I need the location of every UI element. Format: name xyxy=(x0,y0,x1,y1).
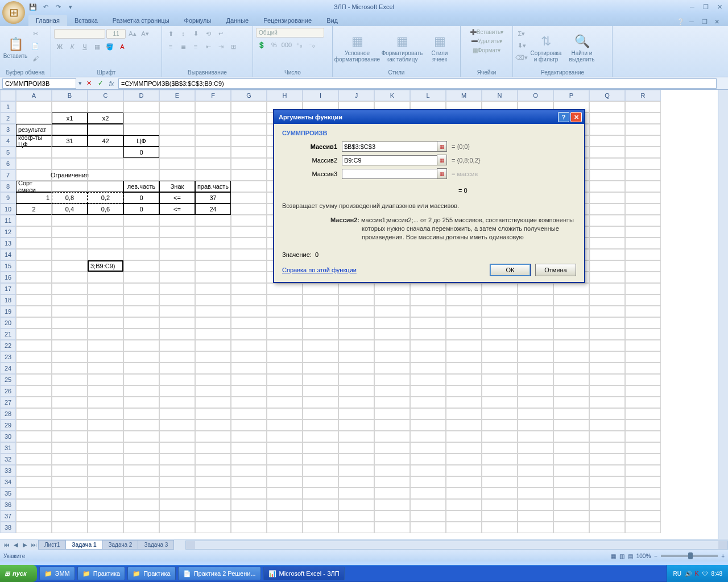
cell-K26[interactable] xyxy=(374,385,410,397)
cell-O26[interactable] xyxy=(518,385,553,397)
cell-C3[interactable] xyxy=(88,124,123,135)
cell-P22[interactable] xyxy=(553,340,589,351)
cell-A3[interactable]: результат xyxy=(16,124,52,135)
cell-L35[interactable] xyxy=(410,488,446,499)
cell-G7[interactable] xyxy=(231,169,267,181)
cell-F38[interactable] xyxy=(195,522,231,533)
cell-R14[interactable] xyxy=(625,249,661,260)
indent-dec-icon[interactable]: ⇤ xyxy=(202,41,214,52)
tab-insert[interactable]: Вставка xyxy=(67,15,105,26)
cell-D14[interactable] xyxy=(123,249,159,260)
arg2-input[interactable] xyxy=(342,155,437,165)
cell-H20[interactable] xyxy=(267,317,303,329)
cell-D29[interactable] xyxy=(123,419,159,431)
cell-P24[interactable] xyxy=(553,363,589,374)
copy-icon[interactable]: 📄 xyxy=(30,40,41,52)
sheet-nav-first-icon[interactable]: ⏮ xyxy=(2,541,11,550)
cell-Q17[interactable] xyxy=(589,283,625,294)
cell-Q10[interactable] xyxy=(589,203,625,215)
cell-R18[interactable] xyxy=(625,294,661,306)
cell-I29[interactable] xyxy=(303,419,338,431)
cell-K36[interactable] xyxy=(374,499,410,510)
cell-L33[interactable] xyxy=(410,465,446,476)
align-top-icon[interactable]: ⬆ xyxy=(165,28,176,39)
cell-B31[interactable] xyxy=(52,442,88,454)
cell-N18[interactable] xyxy=(482,294,518,306)
cell-D8[interactable]: лев.часть xyxy=(123,181,159,192)
column-header[interactable]: F xyxy=(195,90,231,101)
row-header[interactable]: 14 xyxy=(0,249,16,260)
cell-B30[interactable] xyxy=(52,431,88,442)
cell-M38[interactable] xyxy=(446,522,482,533)
align-left-icon[interactable]: ≡ xyxy=(165,41,176,52)
cell-C17[interactable] xyxy=(88,283,123,294)
row-header[interactable]: 3 xyxy=(0,124,16,135)
cell-G16[interactable] xyxy=(231,272,267,283)
cell-I25[interactable] xyxy=(303,374,338,385)
cell-Q22[interactable] xyxy=(589,340,625,351)
ribbon-minimize-icon[interactable]: ─ xyxy=(689,18,697,26)
zoom-slider[interactable] xyxy=(661,555,718,557)
row-header[interactable]: 22 xyxy=(0,340,16,351)
sheet-tab[interactable]: Задача 2 xyxy=(102,540,139,550)
cell-E29[interactable] xyxy=(159,419,195,431)
cell-Q2[interactable] xyxy=(589,113,625,124)
column-header[interactable]: D xyxy=(123,90,159,101)
cell-B19[interactable] xyxy=(52,306,88,317)
cell-H24[interactable] xyxy=(267,363,303,374)
cell-Q28[interactable] xyxy=(589,408,625,419)
cell-F18[interactable] xyxy=(195,294,231,306)
cell-H17[interactable] xyxy=(267,283,303,294)
cell-F5[interactable] xyxy=(195,147,231,158)
decimal-dec-icon[interactable]: ⁻₀ xyxy=(306,39,317,51)
cell-E38[interactable] xyxy=(159,522,195,533)
cell-D17[interactable] xyxy=(123,283,159,294)
cell-I18[interactable] xyxy=(303,294,338,306)
cell-Q21[interactable] xyxy=(589,329,625,340)
cell-C35[interactable] xyxy=(88,488,123,499)
cell-E15[interactable] xyxy=(159,260,195,272)
formula-input[interactable]: =СУММПРОИЗВ($B$3:$C$3;B9:C9) xyxy=(118,78,717,89)
column-header[interactable]: R xyxy=(625,90,661,101)
cell-E4[interactable] xyxy=(159,135,195,147)
cell-L30[interactable] xyxy=(410,431,446,442)
cell-F20[interactable] xyxy=(195,317,231,329)
cell-O24[interactable] xyxy=(518,363,553,374)
cell-J28[interactable] xyxy=(338,408,374,419)
cell-L37[interactable] xyxy=(410,510,446,522)
cell-A36[interactable] xyxy=(16,499,52,510)
cell-E5[interactable] xyxy=(159,147,195,158)
cell-N31[interactable] xyxy=(482,442,518,454)
cell-F33[interactable] xyxy=(195,465,231,476)
cell-F2[interactable] xyxy=(195,113,231,124)
taskbar-item[interactable]: 📊Microsoft Excel - ЗЛП xyxy=(263,567,345,580)
cell-D4[interactable]: ЦФ xyxy=(123,135,159,147)
format-cells-button[interactable]: ▦ Формат ▾ xyxy=(464,46,510,55)
cell-F37[interactable] xyxy=(195,510,231,522)
cell-L29[interactable] xyxy=(410,419,446,431)
cell-G1[interactable] xyxy=(231,101,267,113)
cell-I23[interactable] xyxy=(303,351,338,363)
cell-A11[interactable] xyxy=(16,215,52,226)
cell-C20[interactable] xyxy=(88,317,123,329)
cell-O35[interactable] xyxy=(518,488,553,499)
cell-F23[interactable] xyxy=(195,351,231,363)
cell-G31[interactable] xyxy=(231,442,267,454)
shrink-font-icon[interactable]: A▾ xyxy=(139,28,151,39)
cell-B23[interactable] xyxy=(52,351,88,363)
cell-E22[interactable] xyxy=(159,340,195,351)
cell-J37[interactable] xyxy=(338,510,374,522)
cell-N25[interactable] xyxy=(482,374,518,385)
cell-D19[interactable] xyxy=(123,306,159,317)
cell-O37[interactable] xyxy=(518,510,553,522)
cell-R21[interactable] xyxy=(625,329,661,340)
cell-J26[interactable] xyxy=(338,385,374,397)
cell-E36[interactable] xyxy=(159,499,195,510)
row-header[interactable]: 25 xyxy=(0,374,16,385)
insert-cells-button[interactable]: ➕ Вставить ▾ xyxy=(464,28,510,36)
row-header[interactable]: 12 xyxy=(0,226,16,238)
cell-Q16[interactable] xyxy=(589,272,625,283)
cell-M25[interactable] xyxy=(446,374,482,385)
cell-C15[interactable]: 3;B9:C9) xyxy=(88,260,123,272)
cell-B12[interactable] xyxy=(52,226,88,238)
